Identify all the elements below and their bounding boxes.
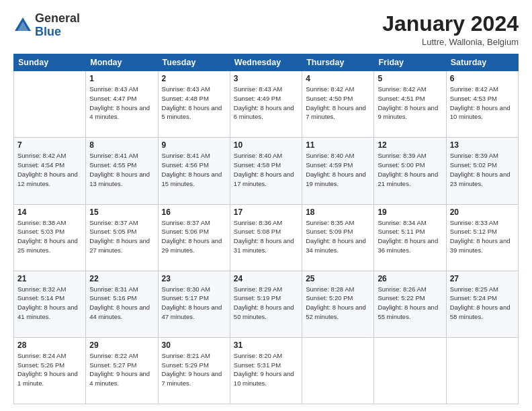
sunset: Sunset: 4:50 PM [306,95,353,102]
daylight: Daylight: 8 hours and 17 minutes. [234,171,294,187]
sunrise: Sunrise: 8:34 AM [378,219,426,226]
table-row: 21 Sunrise: 8:32 AM Sunset: 5:14 PM Dayl… [14,271,86,337]
table-row: 19 Sunrise: 8:34 AM Sunset: 5:11 PM Dayl… [374,204,446,271]
table-row: 13 Sunrise: 8:39 AM Sunset: 5:02 PM Dayl… [446,138,518,204]
sunrise: Sunrise: 8:38 AM [17,219,66,226]
sunrise: Sunrise: 8:41 AM [89,152,138,159]
table-row: 30 Sunrise: 8:21 AM Sunset: 5:29 PM Dayl… [158,337,230,404]
day-info: Sunrise: 8:37 AM Sunset: 5:06 PM Dayligh… [162,218,226,255]
day-info: Sunrise: 8:31 AM Sunset: 5:16 PM Dayligh… [89,285,154,322]
sunset: Sunset: 5:05 PM [89,228,136,235]
daylight: Daylight: 8 hours and 5 minutes. [162,104,222,121]
sunset: Sunset: 5:11 PM [378,228,425,235]
day-info: Sunrise: 8:26 AM Sunset: 5:22 PM Dayligh… [378,285,442,322]
sunset: Sunset: 5:03 PM [17,228,64,235]
table-row: 3 Sunrise: 8:43 AM Sunset: 4:49 PM Dayli… [230,71,302,138]
daylight: Daylight: 8 hours and 50 minutes. [234,304,294,320]
table-row: 15 Sunrise: 8:37 AM Sunset: 5:05 PM Dayl… [86,204,158,271]
day-number: 24 [234,274,298,283]
day-info: Sunrise: 8:39 AM Sunset: 5:02 PM Dayligh… [450,151,515,188]
table-row: 26 Sunrise: 8:26 AM Sunset: 5:22 PM Dayl… [374,271,446,337]
daylight: Daylight: 8 hours and 39 minutes. [450,237,511,254]
calendar-week-1: 1 Sunrise: 8:43 AM Sunset: 4:47 PM Dayli… [14,71,519,138]
day-number: 2 [162,74,226,83]
day-number: 13 [450,140,515,150]
sunrise: Sunrise: 8:40 AM [306,152,354,159]
sunrise: Sunrise: 8:36 AM [234,219,282,226]
sunset: Sunset: 5:19 PM [234,294,281,302]
col-monday: Monday [86,54,158,71]
logo-text: General Blue [35,12,80,39]
daylight: Daylight: 8 hours and 19 minutes. [306,171,366,187]
sunrise: Sunrise: 8:41 AM [162,152,210,159]
table-row: 4 Sunrise: 8:42 AM Sunset: 4:50 PM Dayli… [302,71,374,138]
day-info: Sunrise: 8:42 AM Sunset: 4:50 PM Dayligh… [306,85,370,122]
daylight: Daylight: 8 hours and 21 minutes. [378,171,438,187]
day-info: Sunrise: 8:30 AM Sunset: 5:17 PM Dayligh… [162,285,226,322]
sunrise: Sunrise: 8:43 AM [234,85,282,93]
table-row: 23 Sunrise: 8:30 AM Sunset: 5:17 PM Dayl… [158,271,230,337]
day-number: 8 [89,140,154,150]
day-info: Sunrise: 8:21 AM Sunset: 5:29 PM Dayligh… [162,351,226,388]
day-number: 22 [89,274,154,283]
day-info: Sunrise: 8:37 AM Sunset: 5:05 PM Dayligh… [89,218,154,255]
sunrise: Sunrise: 8:39 AM [378,152,426,159]
day-info: Sunrise: 8:28 AM Sunset: 5:20 PM Dayligh… [306,285,370,322]
daylight: Daylight: 8 hours and 55 minutes. [378,304,438,320]
daylight: Daylight: 9 hours and 10 minutes. [234,370,294,387]
logo-icon [13,16,32,35]
daylight: Daylight: 9 hours and 4 minutes. [89,370,150,387]
day-number: 12 [378,140,442,150]
table-row: 8 Sunrise: 8:41 AM Sunset: 4:55 PM Dayli… [86,138,158,204]
day-number: 18 [306,208,370,217]
day-info: Sunrise: 8:29 AM Sunset: 5:19 PM Dayligh… [234,285,298,322]
day-number: 31 [234,340,298,350]
sunset: Sunset: 5:31 PM [234,361,281,369]
day-number: 5 [378,74,442,83]
sunset: Sunset: 5:09 PM [306,228,353,235]
sunset: Sunset: 5:24 PM [450,294,497,302]
sunrise: Sunrise: 8:26 AM [378,285,426,293]
col-sunday: Sunday [14,54,86,71]
table-row: 7 Sunrise: 8:42 AM Sunset: 4:54 PM Dayli… [14,138,86,204]
table-row [374,337,446,404]
subtitle: Luttre, Wallonia, Belgium [382,37,519,47]
daylight: Daylight: 8 hours and 13 minutes. [89,171,150,187]
table-row: 20 Sunrise: 8:33 AM Sunset: 5:12 PM Dayl… [446,204,518,271]
table-row [446,337,518,404]
daylight: Daylight: 8 hours and 23 minutes. [450,171,511,187]
day-info: Sunrise: 8:42 AM Sunset: 4:51 PM Dayligh… [378,85,442,122]
sunset: Sunset: 5:08 PM [234,228,281,235]
sunrise: Sunrise: 8:29 AM [234,285,282,293]
sunset: Sunset: 4:51 PM [378,95,425,102]
day-info: Sunrise: 8:34 AM Sunset: 5:11 PM Dayligh… [378,218,442,255]
sunset: Sunset: 4:48 PM [162,95,209,102]
day-number: 15 [89,208,154,217]
page: General Blue January 2024 Luttre, Wallon… [0,0,532,411]
sunset: Sunset: 5:06 PM [162,228,209,235]
sunset: Sunset: 5:00 PM [378,161,425,169]
day-info: Sunrise: 8:40 AM Sunset: 4:59 PM Dayligh… [306,151,370,188]
table-row: 5 Sunrise: 8:42 AM Sunset: 4:51 PM Dayli… [374,71,446,138]
calendar-week-4: 21 Sunrise: 8:32 AM Sunset: 5:14 PM Dayl… [14,271,519,337]
day-info: Sunrise: 8:36 AM Sunset: 5:08 PM Dayligh… [234,218,298,255]
calendar-table: Sunday Monday Tuesday Wednesday Thursday… [13,54,519,404]
sunrise: Sunrise: 8:20 AM [234,352,282,359]
daylight: Daylight: 8 hours and 29 minutes. [162,237,222,254]
sunset: Sunset: 4:56 PM [162,161,209,169]
sunrise: Sunrise: 8:32 AM [17,285,66,293]
calendar-week-2: 7 Sunrise: 8:42 AM Sunset: 4:54 PM Dayli… [14,138,519,204]
table-row: 1 Sunrise: 8:43 AM Sunset: 4:47 PM Dayli… [86,71,158,138]
sunrise: Sunrise: 8:22 AM [89,352,138,359]
table-row: 22 Sunrise: 8:31 AM Sunset: 5:16 PM Dayl… [86,271,158,337]
day-number: 14 [17,208,82,217]
sunset: Sunset: 4:54 PM [17,161,64,169]
sunset: Sunset: 4:49 PM [234,95,281,102]
sunset: Sunset: 4:53 PM [450,95,497,102]
table-row [14,71,86,138]
table-row: 25 Sunrise: 8:28 AM Sunset: 5:20 PM Dayl… [302,271,374,337]
daylight: Daylight: 8 hours and 34 minutes. [306,237,366,254]
sunrise: Sunrise: 8:42 AM [306,85,354,93]
sunrise: Sunrise: 8:43 AM [162,85,210,93]
daylight: Daylight: 8 hours and 27 minutes. [89,237,150,254]
